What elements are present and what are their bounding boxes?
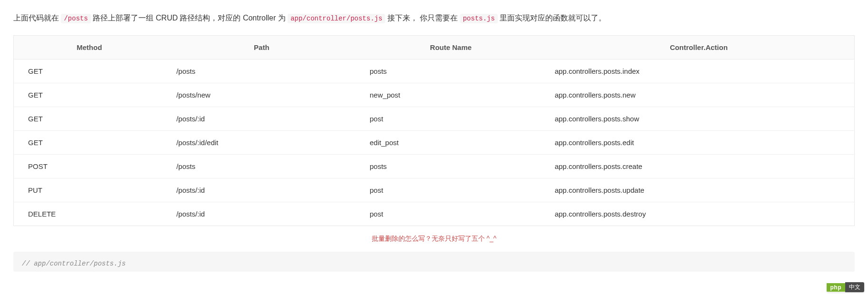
col-header-method: Method xyxy=(14,35,165,59)
intro-text-2: 路径上部署了一组 CRUD 路径结构，对应的 Controller 为 xyxy=(91,14,288,22)
note-text: 批量删除的怎么写？无奈只好写了五个 ^_^ xyxy=(13,235,855,243)
code-block: // app/controller/posts.js xyxy=(13,252,855,272)
cell-path: /posts/:id xyxy=(165,107,358,130)
cell-controller-action: app.controllers.posts.new xyxy=(543,83,855,107)
table-row: PUT/posts/:idpostapp.controllers.posts.u… xyxy=(14,178,855,202)
table-row: GET/posts/newnew_postapp.controllers.pos… xyxy=(14,83,855,107)
cell-path: /posts xyxy=(165,59,358,83)
table-row: GET/posts/:id/editedit_postapp.controlle… xyxy=(14,130,855,154)
table-row: DELETE/posts/:idpostapp.controllers.post… xyxy=(14,202,855,226)
table-row: GET/postspostsapp.controllers.posts.inde… xyxy=(14,59,855,83)
cell-method: GET xyxy=(14,59,165,83)
table-header: Method Path Route Name Controller.Action xyxy=(14,35,855,59)
cell-route-name: edit_post xyxy=(358,130,543,154)
cell-method: GET xyxy=(14,107,165,130)
routes-table: Method Path Route Name Controller.Action… xyxy=(13,35,855,226)
cell-method: DELETE xyxy=(14,202,165,226)
inline-code-posts: /posts xyxy=(61,14,90,23)
cell-controller-action: app.controllers.posts.index xyxy=(543,59,855,83)
col-header-path: Path xyxy=(165,35,358,59)
inline-code-posts-js: posts.js xyxy=(460,14,498,23)
intro-text-4: 里面实现对应的函数就可以了。 xyxy=(498,14,606,22)
cell-route-name: post xyxy=(358,202,543,226)
cell-controller-action: app.controllers.posts.destroy xyxy=(543,202,855,226)
cell-path: /posts xyxy=(165,154,358,178)
code-comment-line: // app/controller/posts.js xyxy=(22,258,846,269)
document-content: 上面代码就在 /posts 路径上部署了一组 CRUD 路径结构，对应的 Con… xyxy=(0,0,868,243)
cell-path: /posts/:id xyxy=(165,202,358,226)
col-header-route-name: Route Name xyxy=(358,35,543,59)
cell-method: GET xyxy=(14,83,165,107)
table-row: GET/posts/:idpostapp.controllers.posts.s… xyxy=(14,107,855,130)
cell-path: /posts/new xyxy=(165,83,358,107)
cell-route-name: posts xyxy=(358,59,543,83)
intro-text-3: 接下来， 你只需要在 xyxy=(385,14,460,22)
cell-path: /posts/:id xyxy=(165,178,358,202)
cell-path: /posts/:id/edit xyxy=(165,130,358,154)
cell-route-name: post xyxy=(358,178,543,202)
col-header-controller-action: Controller.Action xyxy=(543,35,855,59)
cell-controller-action: app.controllers.posts.show xyxy=(543,107,855,130)
cell-route-name: posts xyxy=(358,154,543,178)
intro-paragraph: 上面代码就在 /posts 路径上部署了一组 CRUD 路径结构，对应的 Con… xyxy=(13,11,855,25)
table-body: GET/postspostsapp.controllers.posts.inde… xyxy=(14,59,855,226)
cell-controller-action: app.controllers.posts.edit xyxy=(543,130,855,154)
cell-route-name: post xyxy=(358,107,543,130)
cell-method: PUT xyxy=(14,178,165,202)
cell-controller-action: app.controllers.posts.create xyxy=(543,154,855,178)
intro-text-1: 上面代码就在 xyxy=(13,14,61,22)
inline-code-controller-path: app/controller/posts.js xyxy=(288,14,385,23)
cell-route-name: new_post xyxy=(358,83,543,107)
cell-method: POST xyxy=(14,154,165,178)
cell-controller-action: app.controllers.posts.update xyxy=(543,178,855,202)
table-row: POST/postspostsapp.controllers.posts.cre… xyxy=(14,154,855,178)
cell-method: GET xyxy=(14,130,165,154)
